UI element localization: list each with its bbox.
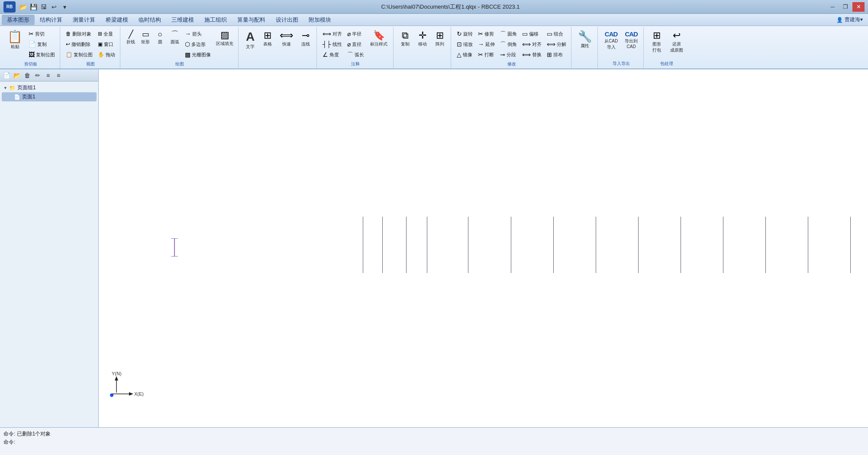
menu-design-drawing[interactable]: 设计出图 <box>271 15 303 25</box>
polygon-button[interactable]: ⬡ 多边形 <box>183 39 213 49</box>
import-cad-button[interactable]: CAD 从CAD 导入 <box>601 29 621 52</box>
table-button[interactable]: ⊞ 表格 <box>259 29 276 49</box>
menu-structural-calc[interactable]: 结构计算 <box>35 15 68 25</box>
save-button[interactable]: 💾 <box>29 2 38 12</box>
rotate-button[interactable]: ↻旋转 <box>455 29 475 39</box>
menu-3d-modeling[interactable]: 三维建模 <box>166 15 199 25</box>
menu-quantity-ratio[interactable]: 算量与配料 <box>232 15 271 25</box>
fullview-button[interactable]: ⊞ 全显 <box>96 29 117 39</box>
import-cad-label: 从CAD 导入 <box>604 38 618 50</box>
dim-style-button[interactable]: 🔖 标注样式 <box>367 29 390 49</box>
draw-line-14 <box>850 217 851 273</box>
undo-button[interactable]: ↩ <box>49 2 59 12</box>
rect-button[interactable]: ▭ 矩形 <box>139 29 152 47</box>
quick-button[interactable]: ⟺ 快速 <box>277 29 297 49</box>
align2-button[interactable]: ⟺对齐 <box>520 39 544 49</box>
split-button[interactable]: ⊸分段 <box>498 49 519 59</box>
tree-page-group-1[interactable]: ▼ 📁 页面组1 <box>2 83 97 92</box>
explode-button[interactable]: ⟺分解 <box>545 39 568 49</box>
arc-button[interactable]: ⌒ 圆弧 <box>168 29 182 47</box>
export-cad-button[interactable]: CAD 导出到 CAD <box>622 29 641 51</box>
angle-dim-button[interactable]: ∠ 角度 <box>320 49 344 59</box>
radius-label: 半径 <box>352 31 361 37</box>
open-page-btn[interactable]: 📂 <box>12 71 22 80</box>
canvas-area[interactable]: Y(N) X(E) <box>99 69 868 427</box>
copy-bitmap-button[interactable]: 🖼 复制位图 <box>26 49 57 59</box>
rename-page-btn[interactable]: ✏ <box>33 71 42 80</box>
chamfer-button[interactable]: ⌒倒角 <box>498 39 519 49</box>
import-cad-icon: CAD <box>605 31 618 37</box>
cut-button[interactable]: ✂ 剪切 <box>26 29 57 39</box>
undo-delete-button[interactable]: ↩ 撤销删除 <box>64 39 95 49</box>
polyline-button[interactable]: ╱ 折线 <box>124 29 138 47</box>
paste-button[interactable]: 📋 粘贴 <box>4 29 26 52</box>
export-cad-label: 导出到 CAD <box>625 38 638 49</box>
command-input[interactable] <box>17 439 865 445</box>
y-axis-label: Y(N) <box>112 371 122 376</box>
align-dim-button[interactable]: ⟺ 对齐 <box>320 29 344 39</box>
open-button[interactable]: 📂 <box>18 2 28 12</box>
draw-line-13 <box>808 217 808 273</box>
close-button[interactable]: ✕ <box>852 2 865 12</box>
move-button[interactable]: ✛ 移动 <box>414 29 431 49</box>
view-btns: 🗑 删除对象 ↩ 撤销删除 📋 复制位图 ⊞ 全显 ▣ <box>64 28 117 60</box>
new-page-btn[interactable]: 📄 <box>2 71 11 80</box>
minimize-button[interactable]: ─ <box>826 2 839 12</box>
copy2-large-button[interactable]: ⧉ 复制 <box>397 29 413 49</box>
delete-page-btn[interactable]: 🗑 <box>23 71 32 80</box>
app-logo: RB <box>3 1 16 13</box>
menu-basic-shapes[interactable]: 基本图形 <box>2 15 35 25</box>
delete-object-button[interactable]: 🗑 删除对象 <box>64 29 95 39</box>
fillet-button[interactable]: ⌒圆角 <box>498 29 519 39</box>
draw-line-7 <box>553 217 554 273</box>
drag-label: 拖动 <box>106 52 115 58</box>
replace-button[interactable]: ⟺替换 <box>520 49 544 59</box>
trim-button[interactable]: ✂修剪 <box>476 29 497 39</box>
sort-asc-btn[interactable]: ≡ <box>43 71 53 80</box>
menu-construction-org[interactable]: 施工组织 <box>199 15 232 25</box>
dropdown-button[interactable]: ▾ <box>60 2 69 12</box>
arrow-button[interactable]: → 箭头 <box>183 29 213 39</box>
tree-page-1[interactable]: 📄 页面1 <box>2 92 97 101</box>
raster-icon: ▩ <box>185 52 190 58</box>
arc-dim-button[interactable]: ⌒ 弧长 <box>345 49 366 59</box>
diameter-dim-button[interactable]: ⌀ 直径 <box>345 39 366 49</box>
pack-button[interactable]: ⊞ 图形 打包 <box>647 29 666 55</box>
fill-button[interactable]: ▨ 区域填充 <box>214 29 236 49</box>
saveas-button[interactable]: 🖫 <box>39 2 48 12</box>
raster-button[interactable]: ▩ 光栅图像 <box>183 49 213 59</box>
user-name[interactable]: 曹建海▾ <box>845 16 863 23</box>
copy-bitmap2-button[interactable]: 📋 复制位图 <box>64 49 95 59</box>
menu-addon-modules[interactable]: 附加模块 <box>303 15 336 25</box>
menu-bridge-modeling[interactable]: 桥梁建模 <box>100 15 133 25</box>
angle-label: 角度 <box>329 52 339 58</box>
copy-button[interactable]: 📄 复制 <box>26 39 57 49</box>
circle-button[interactable]: ○ 圆 <box>153 29 167 47</box>
extend-button[interactable]: →延伸 <box>476 39 497 49</box>
dim-style-label: 标注样式 <box>370 41 387 47</box>
unpack-button[interactable]: ↩ 还原 成原图 <box>667 29 686 55</box>
text-button[interactable]: A 文字 <box>242 29 258 52</box>
menu-measurement-calc[interactable]: 测量计算 <box>68 15 100 25</box>
window-view-button[interactable]: ▣ 窗口 <box>96 39 117 49</box>
menu-temp-structure[interactable]: 临时结构 <box>133 15 166 25</box>
drag-button[interactable]: ✋ 拖动 <box>96 49 117 59</box>
ribbon-group-annotation: A 文字 ⊞ 表格 ⟺ 快速 ⊸ 连线 <box>239 27 317 68</box>
draw-line-11 <box>723 217 723 273</box>
connect-button[interactable]: ⊸ 连线 <box>297 29 314 49</box>
sort-desc-btn[interactable]: ≡ <box>54 71 63 80</box>
ribbon: 📋 粘贴 ✂ 剪切 📄 复制 🖼 复制位图 剪切板 <box>0 26 868 69</box>
break-button[interactable]: ✂打断 <box>476 49 497 59</box>
props-button[interactable]: 🔧 属性 <box>575 29 595 51</box>
group-button[interactable]: ▭组合 <box>545 29 568 39</box>
mirror-button[interactable]: △镜像 <box>455 49 475 59</box>
array-button[interactable]: ⊞ 阵列 <box>432 29 448 49</box>
arrow-icon: → <box>185 31 191 37</box>
maximize-button[interactable]: ❐ <box>839 2 852 12</box>
ribbon-group-clipboard: 📋 粘贴 ✂ 剪切 📄 复制 🖼 复制位图 剪切板 <box>2 27 60 68</box>
scale-button[interactable]: ⊡缩放 <box>455 39 475 49</box>
offset-button[interactable]: ▭偏移 <box>520 29 544 39</box>
linear-dim-button[interactable]: ┤├ 线性 <box>320 39 344 49</box>
arrange-button[interactable]: ⊞排布 <box>545 49 568 59</box>
radius-dim-button[interactable]: ⌀ 半径 <box>345 29 366 39</box>
